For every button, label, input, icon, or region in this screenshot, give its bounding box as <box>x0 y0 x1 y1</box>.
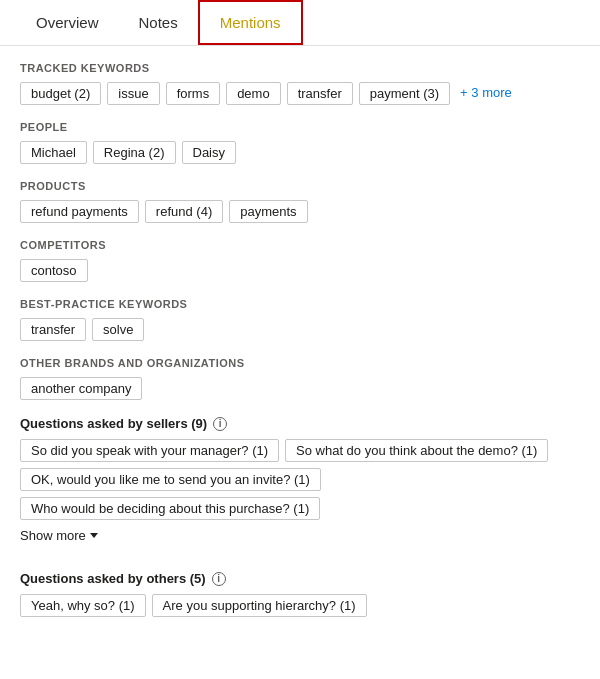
tag-q-manager[interactable]: So did you speak with your manager? (1) <box>20 439 279 462</box>
best-practice-title: BEST-PRACTICE KEYWORDS <box>20 298 580 310</box>
other-brands-title: OTHER BRANDS AND ORGANIZATIONS <box>20 357 580 369</box>
questions-others-title: Questions asked by others (5) i <box>20 571 580 586</box>
other-brands-tags: another company <box>20 377 580 400</box>
tag-refund-payments[interactable]: refund payments <box>20 200 139 223</box>
section-questions-others: Questions asked by others (5) i Yeah, wh… <box>20 571 580 617</box>
tag-q-hierarchy[interactable]: Are you supporting hierarchy? (1) <box>152 594 367 617</box>
section-best-practice: BEST-PRACTICE KEYWORDS transfer solve <box>20 298 580 341</box>
tag-daisy[interactable]: Daisy <box>182 141 237 164</box>
tag-refund[interactable]: refund (4) <box>145 200 223 223</box>
main-content: TRACKED KEYWORDS budget (2) issue forms … <box>0 46 600 649</box>
section-products: PRODUCTS refund payments refund (4) paym… <box>20 180 580 223</box>
tag-more-link[interactable]: + 3 more <box>456 82 516 105</box>
chevron-down-icon <box>90 533 98 538</box>
show-more-label: Show more <box>20 528 86 543</box>
tag-q-invite[interactable]: OK, would you like me to send you an inv… <box>20 468 321 491</box>
best-practice-tags: transfer solve <box>20 318 580 341</box>
competitors-tags: contoso <box>20 259 580 282</box>
people-tags: Michael Regina (2) Daisy <box>20 141 580 164</box>
section-other-brands: OTHER BRANDS AND ORGANIZATIONS another c… <box>20 357 580 400</box>
tag-solve[interactable]: solve <box>92 318 144 341</box>
tag-budget[interactable]: budget (2) <box>20 82 101 105</box>
section-people: PEOPLE Michael Regina (2) Daisy <box>20 121 580 164</box>
tag-payments[interactable]: payments <box>229 200 307 223</box>
questions-others-label: Questions asked by others (5) <box>20 571 206 586</box>
tag-forms[interactable]: forms <box>166 82 221 105</box>
section-tracked-keywords: TRACKED KEYWORDS budget (2) issue forms … <box>20 62 580 105</box>
tab-bar: Overview Notes Mentions <box>0 0 600 46</box>
tag-q-purchase[interactable]: Who would be deciding about this purchas… <box>20 497 320 520</box>
tag-q-demo[interactable]: So what do you think about the demo? (1) <box>285 439 548 462</box>
questions-sellers-info-icon[interactable]: i <box>213 417 227 431</box>
tag-regina[interactable]: Regina (2) <box>93 141 176 164</box>
people-title: PEOPLE <box>20 121 580 133</box>
questions-others-tags: Yeah, why so? (1) Are you supporting hie… <box>20 594 580 617</box>
tag-q-why[interactable]: Yeah, why so? (1) <box>20 594 146 617</box>
tracked-keywords-tags: budget (2) issue forms demo transfer pay… <box>20 82 580 105</box>
questions-sellers-tags: So did you speak with your manager? (1) … <box>20 439 580 520</box>
tag-contoso[interactable]: contoso <box>20 259 88 282</box>
questions-sellers-title: Questions asked by sellers (9) i <box>20 416 580 431</box>
tag-another-company[interactable]: another company <box>20 377 142 400</box>
tag-demo[interactable]: demo <box>226 82 281 105</box>
tracked-keywords-title: TRACKED KEYWORDS <box>20 62 580 74</box>
tab-mentions[interactable]: Mentions <box>198 0 303 45</box>
tag-transfer[interactable]: transfer <box>287 82 353 105</box>
section-questions-sellers: Questions asked by sellers (9) i So did … <box>20 416 580 555</box>
questions-others-info-icon[interactable]: i <box>212 572 226 586</box>
products-tags: refund payments refund (4) payments <box>20 200 580 223</box>
tag-issue[interactable]: issue <box>107 82 159 105</box>
tag-michael[interactable]: Michael <box>20 141 87 164</box>
questions-sellers-label: Questions asked by sellers (9) <box>20 416 207 431</box>
tab-notes[interactable]: Notes <box>119 2 198 43</box>
tab-overview[interactable]: Overview <box>16 2 119 43</box>
show-more-button[interactable]: Show more <box>20 528 98 543</box>
competitors-title: COMPETITORS <box>20 239 580 251</box>
tag-transfer-bp[interactable]: transfer <box>20 318 86 341</box>
products-title: PRODUCTS <box>20 180 580 192</box>
tag-payment[interactable]: payment (3) <box>359 82 450 105</box>
section-competitors: COMPETITORS contoso <box>20 239 580 282</box>
